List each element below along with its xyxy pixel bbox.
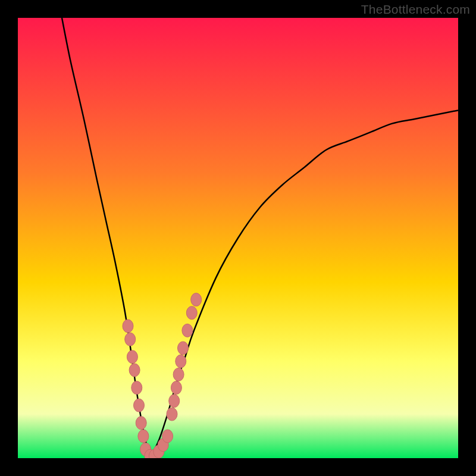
watermark-text: TheBottleneck.com xyxy=(361,2,470,17)
plot-area xyxy=(18,18,458,458)
data-dot xyxy=(173,368,184,381)
data-dot xyxy=(186,306,197,320)
data-dot xyxy=(123,320,133,333)
data-dot xyxy=(167,408,177,421)
chart-svg xyxy=(18,18,458,458)
data-dot xyxy=(138,430,149,443)
data-dot xyxy=(171,381,181,394)
outer-frame: TheBottleneck.com xyxy=(0,0,476,476)
data-dot xyxy=(169,394,180,408)
data-dot xyxy=(129,364,140,377)
data-dot xyxy=(127,350,137,364)
data-dot xyxy=(182,324,193,337)
data-dot xyxy=(125,333,136,346)
data-dot xyxy=(191,293,202,306)
data-dot xyxy=(178,342,189,355)
data-dot xyxy=(162,430,173,443)
data-dot xyxy=(136,416,146,430)
data-dot xyxy=(134,399,145,412)
data-dot xyxy=(176,355,186,368)
data-dot xyxy=(131,381,142,394)
